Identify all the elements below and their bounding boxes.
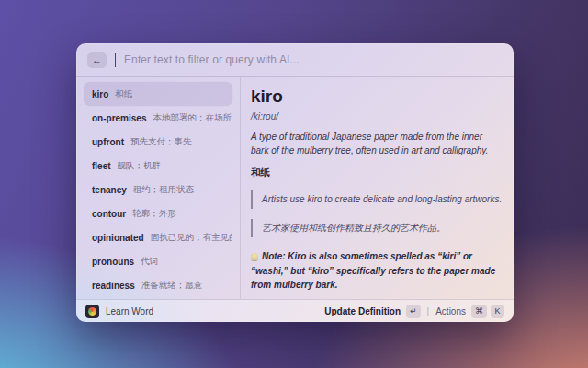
search-input[interactable]: Enter text to filter or query with AI... [124, 53, 503, 66]
word-definition-en: A type of traditional Japanese paper mad… [251, 131, 503, 157]
search-bar: ← Enter text to filter or query with AI.… [76, 43, 514, 77]
list-item[interactable]: pronouns代词 [84, 249, 232, 273]
learn-word-app-icon [85, 305, 99, 318]
word-pronunciation: /ki:rou/ [251, 111, 503, 121]
list-item-translation: 固执己见的；有主见的 [151, 232, 232, 244]
return-key-icon: ↵ [406, 305, 421, 318]
lightbulb-icon [251, 253, 258, 260]
actions-menu-button[interactable]: Actions [435, 306, 466, 316]
actions-shortcut-keys: ⌘K [471, 305, 504, 318]
list-item[interactable]: kiro和纸 [84, 82, 232, 106]
update-definition-button[interactable]: Update Definition [324, 306, 401, 316]
list-item-word: pronouns [92, 257, 134, 267]
word-title: kiro [251, 86, 503, 107]
word-definition-zh: 和纸 [251, 167, 503, 179]
list-item-translation: 预先支付；事先 [130, 136, 192, 148]
usage-note-text: Note: Kiro is also sometimes spelled as … [251, 251, 495, 290]
list-item[interactable]: fleet舰队；机群 [84, 154, 232, 178]
launcher-window: ← Enter text to filter or query with AI.… [76, 43, 514, 322]
list-item[interactable]: opinionated固执己见的；有主见的 [84, 225, 232, 249]
back-arrow-icon: ← [92, 55, 102, 65]
list-item-translation: 轮廓；外形 [132, 208, 176, 220]
list-item-word: upfront [92, 137, 124, 147]
list-item[interactable]: readiness准备就绪；愿意 [84, 273, 232, 297]
list-item-translation: 和纸 [115, 88, 132, 100]
list-item[interactable]: upfront预先支付；事先 [84, 130, 232, 154]
word-detail-pane: kiro /ki:rou/ A type of traditional Japa… [241, 77, 514, 299]
back-button[interactable]: ← [87, 52, 107, 68]
example-quotes: Artists use kiro to create delicate and … [251, 190, 503, 237]
list-item[interactable]: tenancy租约；租用状态 [84, 178, 232, 201]
list-item-translation: 代词 [141, 256, 158, 268]
list-item-translation: 租约；租用状态 [133, 184, 195, 196]
list-item-word: readiness [92, 281, 135, 291]
list-item-word: kiro [92, 89, 108, 99]
list-item-translation: 准备就绪；愿意 [141, 280, 203, 292]
list-item-word: on-premises [92, 113, 146, 123]
status-bar-actions: Update Definition ↵ | Actions ⌘K [324, 305, 504, 318]
text-cursor [115, 53, 116, 67]
app-name-label: Learn Word [106, 306, 153, 316]
list-item[interactable]: contour轮廓；外形 [84, 201, 232, 225]
list-item-translation: 本地部署的；在场所内的 [153, 112, 232, 124]
status-bar: Learn Word Update Definition ↵ | Actions… [76, 299, 514, 322]
list-item-word: contour [92, 209, 126, 219]
list-item-word: tenancy [92, 185, 127, 195]
status-bar-separator: | [427, 306, 430, 316]
list-item[interactable]: on-premises本地部署的；在场所内的 [84, 106, 232, 130]
list-item-word: opinionated [92, 233, 144, 243]
word-list: kiro和纸on-premises本地部署的；在场所内的upfront预先支付；… [76, 77, 241, 299]
example-quote: 艺术家使用和纸创作精致且持久的艺术作品。 [251, 219, 503, 237]
key-badge: K [491, 305, 504, 318]
main-content: kiro和纸on-premises本地部署的；在场所内的upfront预先支付；… [76, 77, 514, 299]
list-item-translation: 舰队；机群 [118, 160, 162, 172]
command-key-icon: ⌘ [471, 305, 487, 318]
example-quote: Artists use kiro to create delicate and … [251, 190, 503, 209]
usage-note: Note: Kiro is also sometimes spelled as … [251, 249, 503, 293]
list-item-word: fleet [92, 161, 111, 171]
